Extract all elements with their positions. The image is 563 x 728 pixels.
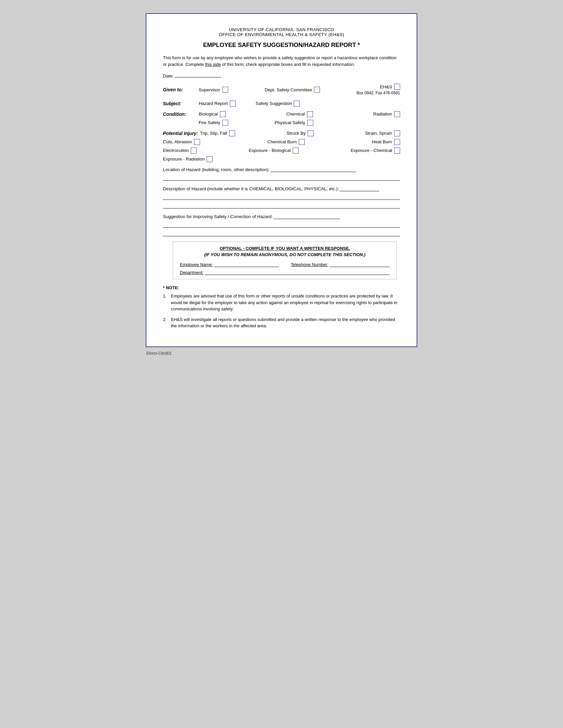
pi-row2: Cuts, Abrasion Chemical Burn Heat Burn <box>163 139 400 145</box>
exposure-radiation-checkbox[interactable] <box>207 156 212 162</box>
chemical-label: Chemical <box>286 112 305 116</box>
fire-safety-label: Fire Safety <box>199 120 220 125</box>
dept-safety-label: Dept. Safety Committee <box>264 87 312 92</box>
pi-row1: Potential Injury: Trip, Slip, Fall Struc… <box>163 130 400 136</box>
telephone-field[interactable] <box>330 260 390 267</box>
exposure-biological-checkbox[interactable] <box>293 148 299 154</box>
electrocution-checkbox[interactable] <box>191 148 197 154</box>
struck-by-checkbox[interactable] <box>308 130 314 136</box>
note-text-2: EH&S will investigate all reports or que… <box>171 316 400 329</box>
dept-safety-checkbox[interactable] <box>314 87 320 93</box>
chemical-burn-checkbox[interactable] <box>299 139 305 145</box>
description-field2[interactable] <box>163 201 400 208</box>
safety-suggestion-checkbox[interactable] <box>294 101 300 107</box>
condition-items: Biological Chemical Radiation <box>199 111 400 117</box>
chemical-checkbox[interactable] <box>307 111 313 117</box>
struck-by-label: Struck By <box>287 131 306 136</box>
exposure-chemical-item: Exposure - Chemical <box>351 148 400 154</box>
fire-safety-checkbox[interactable] <box>222 120 228 126</box>
suggestion-label: Suggestion for Improving Safety / Correc… <box>163 214 400 219</box>
note-text-1: Employees are advised that use of this f… <box>171 293 400 312</box>
exposure-biological-label: Exposure - Biological <box>249 148 291 153</box>
location-field[interactable] <box>163 173 400 181</box>
exposure-radiation-label: Exposure - Radiation <box>163 157 205 161</box>
safety-suggestion-item: Safety Suggestion <box>256 101 300 107</box>
condition-section: Condition: Biological Chemical Radiation <box>163 111 400 126</box>
telephone-group: Telephone Number: <box>291 260 390 267</box>
given-to-ehs: EH&S Box 0942; Fax 476-0581 <box>357 84 400 96</box>
pi-row3: Electrocution Exposure - Biological Expo… <box>163 148 400 154</box>
description-label: Description of Hazard (include whether i… <box>163 186 400 191</box>
pi-label: Potential Injury: <box>163 131 198 136</box>
heat-burn-label: Heat Burn <box>372 139 392 144</box>
date-row: Date: <box>163 73 400 78</box>
date-input[interactable] <box>175 77 221 77</box>
condition-label: Condition: <box>163 112 196 117</box>
description-section: Description of Hazard (include whether i… <box>163 186 400 208</box>
exposure-chemical-checkbox[interactable] <box>394 148 400 154</box>
form-title: EMPLOYEE SAFETY SUGGESTION/HAZARD REPORT… <box>163 42 400 49</box>
exposure-chemical-label: Exposure - Chemical <box>351 148 392 153</box>
description-field1[interactable] <box>163 193 400 200</box>
trip-slip-fall-checkbox[interactable] <box>229 130 235 136</box>
optional-fields-row1: Employee Name: Telephone Number: <box>180 260 390 267</box>
ehs-box-info: Box 0942; Fax 476-0581 <box>357 90 400 96</box>
suggestion-field1[interactable] <box>163 220 400 228</box>
heat-burn-checkbox[interactable] <box>394 139 400 145</box>
given-to-dept: Dept. Safety Committee <box>264 87 320 93</box>
employee-name-label: Employee Name: <box>180 262 213 267</box>
subject-items: Hazard Report Safety Suggestion <box>199 101 400 107</box>
form-container: UNIVERSITY OF CALIFORNIA, SAN FRANCISCO … <box>146 13 417 347</box>
notes-section: * NOTE: 1. Employees are advised that us… <box>163 285 400 329</box>
radiation-checkbox[interactable] <box>394 111 400 117</box>
physical-safety-checkbox[interactable] <box>307 120 313 126</box>
ehs-checkbox[interactable] <box>394 84 400 90</box>
note-num-2: 2. <box>163 316 171 329</box>
location-label: Location of Hazard (building, room, othe… <box>163 167 400 172</box>
exposure-biological-item: Exposure - Biological <box>249 148 299 154</box>
chemical-burn-label: Chemical Burn <box>267 139 297 144</box>
subject-label: Subject: <box>163 101 196 106</box>
intro-text: This form is for use by any employee who… <box>163 55 400 68</box>
pi-row1-items: Trip, Slip, Fall Struck By Strain, Sprai… <box>200 130 400 136</box>
physical-safety-label: Physical Safety <box>274 120 305 125</box>
safety-suggestion-label: Safety Suggestion <box>256 101 292 106</box>
location-section: Location of Hazard (building, room, othe… <box>163 167 400 181</box>
heat-burn-item: Heat Burn <box>372 139 400 145</box>
department-label: Department: <box>180 270 204 275</box>
header-section: UNIVERSITY OF CALIFORNIA, SAN FRANCISCO … <box>163 27 400 49</box>
employee-name-group: Employee Name: <box>180 260 279 267</box>
hazard-report-checkbox[interactable] <box>230 101 236 107</box>
supervisor-label: Supervisor <box>199 87 220 92</box>
strain-sprain-label: Strain, Sprain <box>365 131 392 136</box>
date-label: Date: <box>163 73 173 78</box>
employee-name-field[interactable] <box>214 260 279 267</box>
cuts-abrasion-item: Cuts, Abrasion <box>163 139 200 145</box>
struck-by-item: Struck By <box>287 130 314 136</box>
strain-sprain-checkbox[interactable] <box>394 130 400 136</box>
supervisor-checkbox[interactable] <box>222 87 228 93</box>
optional-subtitle: (IF YOU WISH TO REMAIN ANONYMOUS, DO NOT… <box>180 252 390 257</box>
note-num-1: 1. <box>163 293 171 312</box>
chemical-item: Chemical <box>286 111 313 117</box>
condition-row1: Condition: Biological Chemical Radiation <box>163 111 400 117</box>
note-item-2: 2. EH&S will investigate all reports or … <box>163 316 400 329</box>
potential-injury-section: Potential Injury: Trip, Slip, Fall Struc… <box>163 130 400 162</box>
condition-row2: Fire Safety Physical Safety <box>199 120 400 126</box>
strain-sprain-item: Strain, Sprain <box>365 130 400 136</box>
biological-checkbox[interactable] <box>220 111 226 117</box>
cuts-abrasion-checkbox[interactable] <box>194 139 200 145</box>
note-item-1: 1. Employees are advised that use of thi… <box>163 293 400 312</box>
exposure-radiation-item: Exposure - Radiation <box>163 156 212 162</box>
department-row: Department: <box>180 268 390 275</box>
pi-row4: Exposure - Radiation <box>163 156 400 162</box>
radiation-label: Radiation <box>373 112 392 116</box>
org-line1: UNIVERSITY OF CALIFORNIA, SAN FRANCISCO <box>163 27 400 32</box>
hazard-report-label: Hazard Report <box>199 101 228 106</box>
trip-slip-fall-item: Trip, Slip, Fall <box>200 130 235 136</box>
suggestion-section: Suggestion for Improving Safety / Correc… <box>163 214 400 236</box>
given-to-label: Given to: <box>163 87 196 92</box>
suggestion-field2[interactable] <box>163 229 400 236</box>
department-field[interactable] <box>205 268 390 275</box>
cuts-abrasion-label: Cuts, Abrasion <box>163 139 192 144</box>
